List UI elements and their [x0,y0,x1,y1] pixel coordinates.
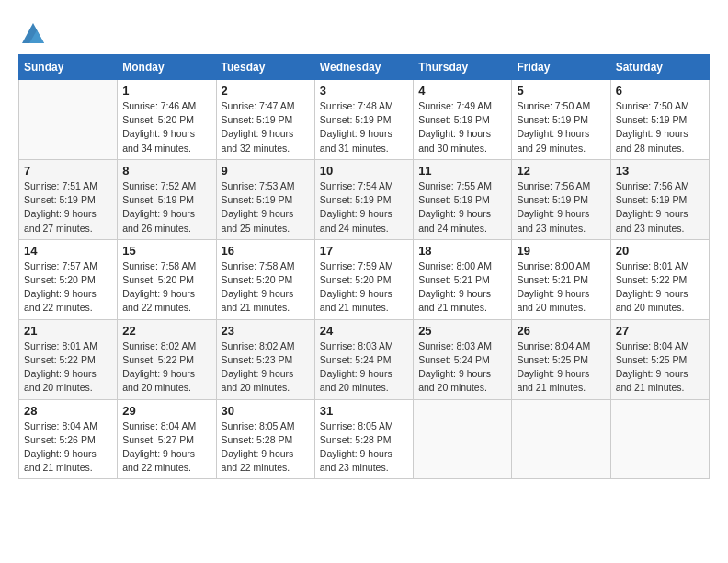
calendar-cell: 4Sunrise: 7:49 AMSunset: 5:19 PMDaylight… [414,80,512,160]
day-info: Sunrise: 7:58 AMSunset: 5:20 PMDaylight:… [222,259,310,316]
day-number: 28 [24,404,112,418]
day-number: 21 [24,324,112,338]
calendar-cell [512,399,610,479]
calendar-cell: 28Sunrise: 8:04 AMSunset: 5:26 PMDayligh… [19,399,118,479]
calendar-cell: 17Sunrise: 7:59 AMSunset: 5:20 PMDayligh… [314,239,413,319]
day-number: 4 [418,84,506,98]
day-number: 18 [418,244,506,258]
calendar-cell: 31Sunrise: 8:05 AMSunset: 5:28 PMDayligh… [314,399,413,479]
calendar-cell: 18Sunrise: 8:00 AMSunset: 5:21 PMDayligh… [414,239,512,319]
day-info: Sunrise: 7:49 AMSunset: 5:19 PMDaylight:… [418,99,506,155]
calendar-cell: 21Sunrise: 8:01 AMSunset: 5:22 PMDayligh… [19,319,118,399]
day-info: Sunrise: 8:03 AMSunset: 5:24 PMDaylight:… [320,339,408,396]
day-info: Sunrise: 8:02 AMSunset: 5:22 PMDaylight:… [122,339,210,396]
col-header-tuesday: Tuesday [216,55,314,80]
day-info: Sunrise: 7:47 AMSunset: 5:19 PMDaylight:… [222,99,310,155]
calendar-cell: 8Sunrise: 7:52 AMSunset: 5:19 PMDaylight… [118,159,216,239]
day-info: Sunrise: 8:04 AMSunset: 5:26 PMDaylight:… [24,419,112,476]
week-row-2: 7Sunrise: 7:51 AMSunset: 5:19 PMDaylight… [19,159,710,239]
day-info: Sunrise: 8:05 AMSunset: 5:28 PMDaylight:… [222,419,310,476]
day-number: 11 [418,164,506,178]
day-info: Sunrise: 7:56 AMSunset: 5:19 PMDaylight:… [517,179,605,236]
day-info: Sunrise: 7:50 AMSunset: 5:19 PMDaylight:… [517,99,605,155]
day-info: Sunrise: 7:48 AMSunset: 5:19 PMDaylight:… [320,99,408,155]
day-number: 6 [616,84,704,98]
day-number: 29 [122,404,210,418]
day-number: 15 [122,244,210,258]
day-number: 20 [616,244,704,258]
week-row-5: 28Sunrise: 8:04 AMSunset: 5:26 PMDayligh… [19,399,710,479]
day-info: Sunrise: 7:57 AMSunset: 5:20 PMDaylight:… [24,259,112,316]
day-info: Sunrise: 8:00 AMSunset: 5:21 PMDaylight:… [418,259,506,316]
day-info: Sunrise: 8:02 AMSunset: 5:23 PMDaylight:… [222,339,310,396]
day-number: 7 [24,164,112,178]
day-number: 19 [517,244,605,258]
day-number: 31 [320,404,408,418]
day-number: 5 [517,84,605,98]
calendar-cell: 7Sunrise: 7:51 AMSunset: 5:19 PMDaylight… [19,159,118,239]
calendar-table: SundayMondayTuesdayWednesdayThursdayFrid… [18,54,710,479]
calendar-cell: 30Sunrise: 8:05 AMSunset: 5:28 PMDayligh… [216,399,314,479]
col-header-thursday: Thursday [414,55,512,80]
week-row-3: 14Sunrise: 7:57 AMSunset: 5:20 PMDayligh… [19,239,710,319]
calendar-cell: 16Sunrise: 7:58 AMSunset: 5:20 PMDayligh… [216,239,314,319]
days-header-row: SundayMondayTuesdayWednesdayThursdayFrid… [19,55,710,80]
day-number: 30 [222,404,310,418]
logo-icon [20,19,46,45]
day-number: 23 [222,324,310,338]
day-info: Sunrise: 8:00 AMSunset: 5:21 PMDaylight:… [517,259,605,316]
calendar-cell: 2Sunrise: 7:47 AMSunset: 5:19 PMDaylight… [216,80,314,160]
day-number: 12 [517,164,605,178]
day-info: Sunrise: 7:52 AMSunset: 5:19 PMDaylight:… [122,179,210,236]
day-info: Sunrise: 8:04 AMSunset: 5:27 PMDaylight:… [122,419,210,476]
calendar-cell: 24Sunrise: 8:03 AMSunset: 5:24 PMDayligh… [314,319,413,399]
col-header-friday: Friday [512,55,610,80]
calendar-cell: 6Sunrise: 7:50 AMSunset: 5:19 PMDaylight… [610,80,709,160]
day-number: 3 [320,84,408,98]
day-info: Sunrise: 7:59 AMSunset: 5:20 PMDaylight:… [320,259,408,316]
day-info: Sunrise: 8:01 AMSunset: 5:22 PMDaylight:… [616,259,704,316]
calendar-cell [19,80,118,160]
calendar-cell: 9Sunrise: 7:53 AMSunset: 5:19 PMDaylight… [216,159,314,239]
day-number: 16 [222,244,310,258]
calendar-cell [610,399,709,479]
calendar-cell: 19Sunrise: 8:00 AMSunset: 5:21 PMDayligh… [512,239,610,319]
day-info: Sunrise: 8:03 AMSunset: 5:24 PMDaylight:… [418,339,506,396]
calendar-cell [414,399,512,479]
calendar-cell: 11Sunrise: 7:55 AMSunset: 5:19 PMDayligh… [414,159,512,239]
week-row-1: 1Sunrise: 7:46 AMSunset: 5:20 PMDaylight… [19,80,710,160]
day-number: 25 [418,324,506,338]
week-row-4: 21Sunrise: 8:01 AMSunset: 5:22 PMDayligh… [19,319,710,399]
day-number: 17 [320,244,408,258]
day-number: 13 [616,164,704,178]
calendar-cell: 1Sunrise: 7:46 AMSunset: 5:20 PMDaylight… [118,80,216,160]
col-header-wednesday: Wednesday [314,55,413,80]
day-info: Sunrise: 7:58 AMSunset: 5:20 PMDaylight:… [122,259,210,316]
calendar-cell: 5Sunrise: 7:50 AMSunset: 5:19 PMDaylight… [512,80,610,160]
calendar-cell: 12Sunrise: 7:56 AMSunset: 5:19 PMDayligh… [512,159,610,239]
day-info: Sunrise: 7:54 AMSunset: 5:19 PMDaylight:… [320,179,408,236]
day-info: Sunrise: 8:04 AMSunset: 5:25 PMDaylight:… [517,339,605,396]
day-number: 9 [222,164,310,178]
calendar-cell: 3Sunrise: 7:48 AMSunset: 5:19 PMDaylight… [314,80,413,160]
day-info: Sunrise: 7:46 AMSunset: 5:20 PMDaylight:… [122,99,210,155]
day-number: 22 [122,324,210,338]
calendar-cell: 13Sunrise: 7:56 AMSunset: 5:19 PMDayligh… [610,159,709,239]
calendar-cell: 22Sunrise: 8:02 AMSunset: 5:22 PMDayligh… [118,319,216,399]
day-number: 14 [24,244,112,258]
day-info: Sunrise: 7:53 AMSunset: 5:19 PMDaylight:… [222,179,310,236]
calendar-cell: 26Sunrise: 8:04 AMSunset: 5:25 PMDayligh… [512,319,610,399]
day-number: 27 [616,324,704,338]
day-info: Sunrise: 8:01 AMSunset: 5:22 PMDaylight:… [24,339,112,396]
day-info: Sunrise: 8:05 AMSunset: 5:28 PMDaylight:… [320,419,408,476]
day-number: 1 [122,84,210,98]
day-number: 26 [517,324,605,338]
day-info: Sunrise: 7:50 AMSunset: 5:19 PMDaylight:… [616,99,704,155]
header [18,18,710,45]
calendar-cell: 14Sunrise: 7:57 AMSunset: 5:20 PMDayligh… [19,239,118,319]
calendar-cell: 20Sunrise: 8:01 AMSunset: 5:22 PMDayligh… [610,239,709,319]
calendar-cell: 29Sunrise: 8:04 AMSunset: 5:27 PMDayligh… [118,399,216,479]
day-number: 10 [320,164,408,178]
day-number: 24 [320,324,408,338]
day-info: Sunrise: 7:56 AMSunset: 5:19 PMDaylight:… [616,179,704,236]
